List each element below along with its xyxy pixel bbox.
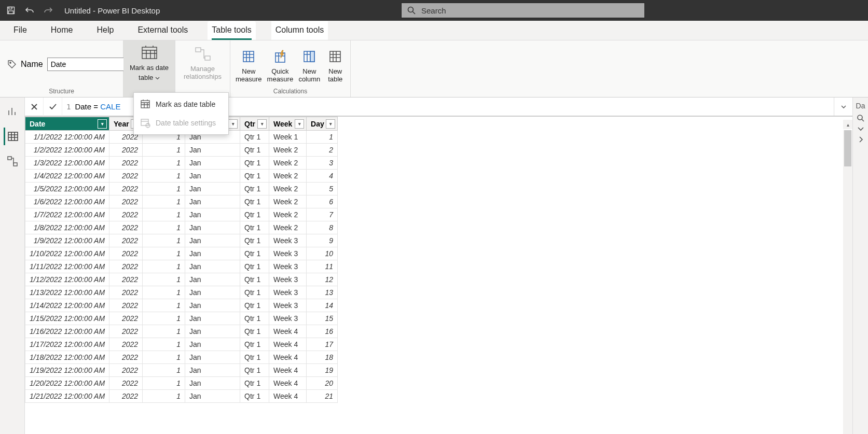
- cell-monthnum[interactable]: 1: [143, 221, 185, 234]
- cell-qtr[interactable]: Qtr 1: [240, 364, 269, 377]
- tab-help[interactable]: Help: [92, 21, 118, 40]
- redo-icon[interactable]: [43, 5, 54, 16]
- cell-month[interactable]: Jan: [185, 286, 240, 299]
- filter-icon[interactable]: ▾: [228, 119, 238, 129]
- table-row[interactable]: 1/14/2022 12:00:00 AM20221JanQtr 1Week 3…: [25, 299, 338, 312]
- search-input[interactable]: Search: [401, 3, 645, 18]
- cell-year[interactable]: 2022: [109, 299, 143, 312]
- cell-month[interactable]: Jan: [185, 325, 240, 338]
- cell-qtr[interactable]: Qtr 1: [240, 273, 269, 286]
- cell-month[interactable]: Jan: [185, 234, 240, 247]
- table-row[interactable]: 1/21/2022 12:00:00 AM20221JanQtr 1Week 4…: [25, 390, 338, 403]
- cell-monthnum[interactable]: 1: [143, 260, 185, 273]
- cell-month[interactable]: Jan: [185, 312, 240, 325]
- table-row[interactable]: 1/9/2022 12:00:00 AM20221JanQtr 1Week 39: [25, 234, 338, 247]
- cell-week[interactable]: Week 4: [269, 390, 307, 403]
- cell-day[interactable]: 14: [307, 299, 338, 312]
- cell-month[interactable]: Jan: [185, 351, 240, 364]
- cell-day[interactable]: 10: [307, 247, 338, 260]
- cell-day[interactable]: 20: [307, 377, 338, 390]
- right-collapsed-pane[interactable]: Da: [852, 97, 868, 434]
- col-week[interactable]: Week▾: [269, 117, 307, 131]
- new-table-button[interactable]: New table: [326, 45, 345, 83]
- cell-month[interactable]: Jan: [185, 170, 240, 183]
- commit-formula-button[interactable]: [44, 97, 62, 116]
- cell-year[interactable]: 2022: [109, 273, 143, 286]
- cell-day[interactable]: 1: [307, 131, 338, 144]
- cell-week[interactable]: Week 2: [269, 183, 307, 195]
- cell-month[interactable]: Jan: [185, 338, 240, 351]
- table-name-input[interactable]: [47, 58, 125, 71]
- tab-table-tools[interactable]: Table tools: [208, 21, 256, 40]
- cell-date[interactable]: 1/2/2022 12:00:00 AM: [25, 144, 109, 157]
- cell-monthnum[interactable]: 1: [143, 390, 185, 403]
- cell-date[interactable]: 1/15/2022 12:00:00 AM: [25, 312, 109, 325]
- cell-week[interactable]: Week 3: [269, 234, 307, 247]
- cell-day[interactable]: 18: [307, 351, 338, 364]
- cell-year[interactable]: 2022: [109, 338, 143, 351]
- chevron-right-icon[interactable]: [858, 136, 863, 143]
- cell-date[interactable]: 1/5/2022 12:00:00 AM: [25, 183, 109, 195]
- cell-date[interactable]: 1/7/2022 12:00:00 AM: [25, 208, 109, 221]
- table-row[interactable]: 1/15/2022 12:00:00 AM20221JanQtr 1Week 3…: [25, 312, 338, 325]
- cell-month[interactable]: Jan: [185, 183, 240, 195]
- cell-monthnum[interactable]: 1: [143, 195, 185, 208]
- table-row[interactable]: 1/3/2022 12:00:00 AM20221JanQtr 1Week 23: [25, 157, 338, 170]
- model-view-button[interactable]: [4, 152, 21, 170]
- vertical-scrollbar[interactable]: ▴: [843, 130, 852, 434]
- cell-day[interactable]: 6: [307, 195, 338, 208]
- cell-month[interactable]: Jan: [185, 273, 240, 286]
- cell-year[interactable]: 2022: [109, 377, 143, 390]
- cell-date[interactable]: 1/19/2022 12:00:00 AM: [25, 364, 109, 377]
- cell-qtr[interactable]: Qtr 1: [240, 351, 269, 364]
- cell-day[interactable]: 9: [307, 234, 338, 247]
- cell-month[interactable]: Jan: [185, 144, 240, 157]
- cell-month[interactable]: Jan: [185, 208, 240, 221]
- cell-year[interactable]: 2022: [109, 221, 143, 234]
- cell-date[interactable]: 1/13/2022 12:00:00 AM: [25, 286, 109, 299]
- cell-year[interactable]: 2022: [109, 325, 143, 338]
- cell-day[interactable]: 19: [307, 364, 338, 377]
- cell-month[interactable]: Jan: [185, 364, 240, 377]
- cell-month[interactable]: Jan: [185, 247, 240, 260]
- cell-week[interactable]: Week 2: [269, 208, 307, 221]
- chevron-down-icon[interactable]: [857, 127, 864, 132]
- cell-month[interactable]: Jan: [185, 157, 240, 170]
- cell-year[interactable]: 2022: [109, 144, 143, 157]
- filter-icon[interactable]: ▾: [257, 119, 267, 129]
- table-row[interactable]: 1/17/2022 12:00:00 AM20221JanQtr 1Week 4…: [25, 338, 338, 351]
- cell-year[interactable]: 2022: [109, 312, 143, 325]
- filter-icon[interactable]: ▾: [98, 119, 107, 129]
- cell-day[interactable]: 11: [307, 260, 338, 273]
- cell-month[interactable]: Jan: [185, 221, 240, 234]
- cell-week[interactable]: Week 4: [269, 364, 307, 377]
- cell-monthnum[interactable]: 1: [143, 234, 185, 247]
- cell-year[interactable]: 2022: [109, 208, 143, 221]
- cell-monthnum[interactable]: 1: [143, 364, 185, 377]
- cell-date[interactable]: 1/11/2022 12:00:00 AM: [25, 260, 109, 273]
- cell-monthnum[interactable]: 1: [143, 286, 185, 299]
- cell-qtr[interactable]: Qtr 1: [240, 325, 269, 338]
- cell-week[interactable]: Week 2: [269, 221, 307, 234]
- search-icon[interactable]: [857, 114, 865, 122]
- cell-date[interactable]: 1/21/2022 12:00:00 AM: [25, 390, 109, 403]
- table-row[interactable]: 1/13/2022 12:00:00 AM20221JanQtr 1Week 3…: [25, 286, 338, 299]
- cell-monthnum[interactable]: 1: [143, 351, 185, 364]
- table-row[interactable]: 1/10/2022 12:00:00 AM20221JanQtr 1Week 3…: [25, 247, 338, 260]
- cell-day[interactable]: 17: [307, 338, 338, 351]
- data-view-button[interactable]: [4, 128, 21, 145]
- cell-qtr[interactable]: Qtr 1: [240, 299, 269, 312]
- cell-monthnum[interactable]: 1: [143, 247, 185, 260]
- cell-year[interactable]: 2022: [109, 364, 143, 377]
- cell-week[interactable]: Week 3: [269, 273, 307, 286]
- cell-day[interactable]: 4: [307, 170, 338, 183]
- cell-qtr[interactable]: Qtr 1: [240, 260, 269, 273]
- cell-month[interactable]: Jan: [185, 299, 240, 312]
- cell-qtr[interactable]: Qtr 1: [240, 234, 269, 247]
- cell-qtr[interactable]: Qtr 1: [240, 377, 269, 390]
- tab-file[interactable]: File: [9, 21, 31, 40]
- cell-qtr[interactable]: Qtr 1: [240, 208, 269, 221]
- table-row[interactable]: 1/19/2022 12:00:00 AM20221JanQtr 1Week 4…: [25, 364, 338, 377]
- new-column-button[interactable]: New column: [298, 45, 320, 83]
- col-qtr[interactable]: Qtr▾: [240, 117, 269, 131]
